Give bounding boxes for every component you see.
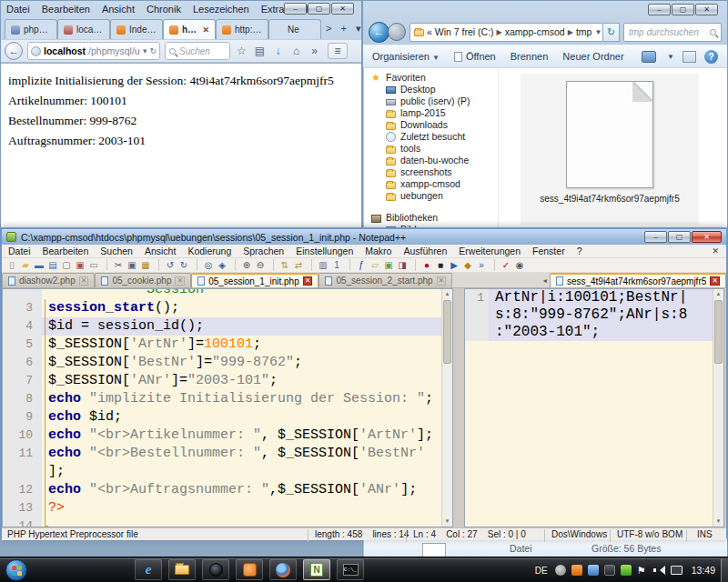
menu-item-makro[interactable]: Makro [365,246,391,256]
browser-tab[interactable]: htt...hp✕ [163,19,216,39]
scroll-thumb[interactable] [443,300,451,364]
scrollbar-left[interactable]: ▲ ▼ [441,289,452,527]
explorer-search-input[interactable]: tmp durchsuchen [623,23,722,42]
new-tab-button[interactable]: + [336,23,350,34]
menu-item-bearbeiten[interactable]: Bearbeiten [42,4,90,15]
volume-icon[interactable] [653,565,665,576]
menu-item-ansicht[interactable]: Ansicht [145,246,176,256]
macro-ghost-icon[interactable]: ◨ [396,259,409,271]
menu-item-fenster[interactable]: Fenster [532,246,565,256]
editor-tab[interactable]: 05_session_2_start.php✕ [318,273,452,287]
scroll-down-icon[interactable]: ▼ [442,517,452,527]
redo-icon[interactable]: ↻ [177,259,190,271]
spellcheck-icon[interactable]: ✓ [494,259,512,271]
minimize-icon[interactable]: – [648,4,671,15]
tab-scroll-right-icon[interactable]: > [321,23,336,34]
menu-item-sprachen[interactable]: Sprachen [243,246,284,256]
menu-item-chronik[interactable]: Chronik [147,4,181,15]
address-bar[interactable]: «Win 7 frei (C:)▶xampp-cmsod▶tmp▼ [410,23,603,42]
taskbar-app-command-prompt-icon[interactable]: C:\_ [337,559,364,580]
url-dropdown-icon[interactable]: ▾ [143,46,147,55]
organize-button[interactable]: Organisieren▼ [372,51,440,62]
copy-icon[interactable]: ▣ [126,259,138,271]
minimize-icon[interactable]: – [644,231,667,243]
function-list-icon[interactable]: ƒ [349,259,368,271]
save-icon[interactable]: ▬ [33,259,46,271]
bookmark-star-icon[interactable]: ☆ [235,45,248,57]
open-button[interactable]: Öffnen [454,51,496,62]
taskbar-app-media-player-icon[interactable] [202,559,229,580]
monitor-icon[interactable]: ▣ [382,259,395,271]
doc-map-icon[interactable]: ▥ [311,259,329,271]
sidebar-item-favoriten[interactable]: Favoriten [364,72,498,84]
zoom-out-icon[interactable]: ⊖ [254,259,267,271]
tray-app-green-icon[interactable] [621,565,632,576]
menu-item-suchen[interactable]: Suchen [100,246,133,256]
xampp-tray-icon[interactable] [571,565,582,576]
find-icon[interactable]: ◎ [197,259,215,271]
language-indicator[interactable]: DE [535,566,550,576]
close-icon[interactable]: ▢ [60,259,73,271]
action-center-flag-icon[interactable]: ⚑ [637,565,648,576]
taskbar-app-xampp-icon[interactable] [236,559,263,580]
editor-tab[interactable]: 05_session_1_init.php✕ [191,273,318,287]
editor-pane-left[interactable]: Session3session_start();4$id = session_i… [2,288,453,527]
browser-tab[interactable]: Index of /... [110,19,163,39]
maximize-icon[interactable]: ▢ [308,3,330,15]
taskbar-app-windows-explorer-icon[interactable] [168,559,196,580]
close-tab-icon[interactable]: ✕ [79,276,89,286]
browser-tab[interactable]: phpmysq... [5,19,57,39]
menu-item-einstellungen[interactable]: Einstellungen [296,246,353,256]
sidebar-item-uebungen[interactable]: uebungen [364,190,498,202]
close-all-icon[interactable]: ▣ [74,259,86,271]
chevron-down-icon[interactable]: ▼ [667,53,674,61]
refresh-icon[interactable]: ↻ [603,23,620,42]
minimize-icon[interactable]: – [284,3,307,15]
scroll-thumb[interactable] [714,300,723,364]
sidebar-item-bibliotheken[interactable]: Bibliotheken [364,212,498,224]
taskbar-app-internet-explorer-icon[interactable]: e [135,559,162,580]
taskbar-app-firefox-icon[interactable] [269,559,297,580]
tray-app-blue-icon[interactable] [588,565,599,576]
paste-icon[interactable]: ▦ [139,259,152,271]
new-file-icon[interactable]: ▯ [5,259,18,271]
menu-item-erweiterungen[interactable]: Erweiterungen [459,246,521,256]
menu-item-ausführen[interactable]: Ausführen [403,246,447,256]
start-button[interactable] [5,559,27,581]
taskbar-clock[interactable]: 13:49 [688,565,719,576]
maximize-icon[interactable]: ▢ [672,4,694,15]
back-icon[interactable]: ← [369,22,389,43]
close-tab-icon[interactable]: ✕ [303,276,313,286]
scroll-up-icon[interactable]: ▲ [442,289,452,299]
menu-item-datei[interactable]: Datei [8,246,31,256]
taskbar-app-notepad-plus-plus-icon[interactable]: N [303,559,330,580]
file-item[interactable]: sess_4t9i4at74rkm6sor97aepmjfr5 [521,74,699,225]
zoom-in-icon[interactable]: ⊕ [235,259,253,271]
sidebar-item-tools[interactable]: tools [364,143,498,155]
burn-button[interactable]: Brennen [511,51,549,62]
menu-item-hilfe[interactable]: ? [577,246,582,256]
keyboard-tray-icon[interactable] [604,565,615,576]
editor-tab[interactable]: diashow2.php✕ [2,273,95,287]
sidebar-item-daten-bu-woche[interactable]: daten-bu-woche [364,155,498,166]
back-icon[interactable]: ← [5,42,23,60]
more-tools-icon[interactable]: » [308,45,321,57]
sidebar-item-zuletzt-besucht[interactable]: Zuletzt besucht [364,131,498,143]
menu-item-lesezeichen[interactable]: Lesezeichen [193,4,249,15]
close-tab-icon[interactable]: ✕ [710,276,720,286]
editor-pane-right[interactable]: 1ArtNr|i:100101;BestNr|s:8:"999-8762";AN… [464,288,724,527]
tab-scroll-left-icon[interactable]: ◂ [543,276,550,287]
scroll-down-icon[interactable]: ▼ [713,517,723,527]
close-icon[interactable]: ✕ [695,4,718,15]
scroll-up-icon[interactable]: ▲ [713,289,723,299]
help-icon[interactable]: ? [704,50,718,64]
sync-v-scroll-icon[interactable]: ⇅ [273,259,291,271]
search-input[interactable]: Suchen [165,42,230,60]
forward-icon[interactable]: → [388,23,406,41]
sidebar-item-desktop[interactable]: Desktop [364,84,498,95]
close-document-icon[interactable]: ✕ [712,246,719,256]
menu-item-datei[interactable]: Datei [6,4,30,15]
browser-tab[interactable]: Ne [268,19,321,39]
save-macro-icon[interactable]: ◆ [461,259,474,271]
browser-tab[interactable]: http:....php [216,19,268,39]
